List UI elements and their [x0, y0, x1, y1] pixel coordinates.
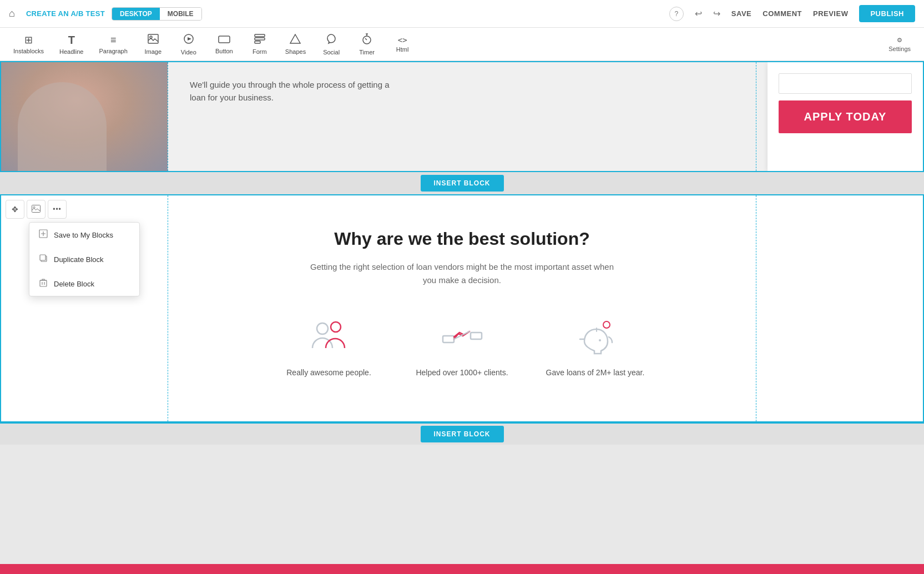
svg-rect-18: [443, 336, 454, 343]
svg-point-16: [317, 323, 328, 334]
hero-description: We'll guide you through the whole proces…: [190, 79, 401, 104]
form-icon: [254, 34, 265, 47]
toolbar-paragraph[interactable]: ≡ Paragraph: [92, 31, 134, 58]
context-save-label: Save to My Blocks: [54, 231, 113, 239]
svg-point-17: [331, 322, 341, 332]
toolbar-item-label: Instablocks: [13, 48, 44, 54]
svg-point-20: [603, 321, 610, 328]
context-delete-block[interactable]: Delete Block: [29, 271, 139, 296]
block-controls: ✥ •••: [6, 200, 67, 219]
context-save-to-blocks[interactable]: Save to My Blocks: [29, 223, 139, 247]
feature-people: Really awesome people.: [279, 315, 379, 377]
timer-icon: [362, 33, 372, 47]
svg-rect-14: [40, 255, 46, 260]
more-options-button[interactable]: •••: [48, 200, 67, 219]
comment-button[interactable]: COMMENT: [763, 9, 802, 18]
toolbar-item-label: Button: [215, 48, 233, 54]
hero-image: [1, 62, 168, 171]
toolbar-item-label: Headline: [59, 48, 83, 55]
feature-loans: Gave loans of 2M+ last year.: [546, 315, 645, 377]
handshake-icon: [440, 315, 484, 359]
home-icon[interactable]: ⌂: [9, 8, 15, 19]
context-menu: Save to My Blocks Duplicate Block Delete…: [29, 222, 140, 296]
help-icon[interactable]: ?: [669, 7, 684, 21]
toolbar-item-label: Html: [396, 46, 409, 53]
toolbar-item-label: Form: [253, 48, 267, 55]
publish-button[interactable]: PUBLISH: [859, 5, 915, 22]
social-icon: [326, 33, 337, 47]
image-block-icon: [32, 205, 41, 214]
hero-section: We'll guide you through the whole proces…: [0, 61, 924, 172]
canvas-wrapper: We'll guide you through the whole proces…: [0, 61, 924, 574]
desktop-btn[interactable]: DESKTOP: [112, 8, 160, 20]
duplicate-icon: [38, 254, 48, 265]
insert-block-bar-bottom: INSERT BLOCK: [0, 422, 924, 445]
device-toggle: DESKTOP MOBILE: [112, 7, 201, 21]
col-guide-left-2: [168, 195, 168, 421]
nav-actions: ? ↩ ↪ SAVE COMMENT PREVIEW PUBLISH: [669, 5, 915, 22]
html-icon: <>: [398, 36, 407, 44]
col-guide-right-2: [756, 195, 756, 421]
delete-icon: [38, 278, 48, 289]
context-duplicate-block[interactable]: Duplicate Block: [29, 247, 139, 271]
toolbar-video[interactable]: Video: [172, 30, 205, 59]
svg-rect-15: [40, 280, 47, 286]
toolbar-html[interactable]: <> Html: [386, 32, 419, 56]
bottom-bar: [0, 564, 924, 574]
svg-rect-5: [255, 34, 265, 37]
button-icon: [218, 34, 230, 46]
headline-icon: T: [68, 34, 75, 47]
insert-block-bar-top: INSERT BLOCK: [0, 172, 924, 194]
save-blocks-icon: [38, 229, 48, 240]
mobile-btn[interactable]: MOBILE: [160, 8, 201, 20]
content-section-inner: Why are we the best solution? Getting th…: [240, 229, 684, 377]
toolbar-form[interactable]: Form: [243, 31, 276, 58]
toolbar-social[interactable]: Social: [315, 30, 348, 59]
insert-block-button-bottom[interactable]: INSERT BLOCK: [421, 426, 504, 442]
top-nav: ⌂ CREATE AN A/B TEST DESKTOP MOBILE ? ↩ …: [0, 0, 924, 28]
hero-text-content: We'll guide you through the whole proces…: [190, 79, 401, 104]
paragraph-icon: ≡: [110, 34, 117, 46]
svg-marker-8: [290, 34, 300, 43]
more-icon: •••: [53, 205, 62, 213]
feature-loans-label: Gave loans of 2M+ last year.: [546, 368, 645, 377]
redo-icon[interactable]: ↪: [713, 8, 720, 19]
piggybank-icon: [573, 315, 618, 359]
section-subtext: Getting the right selection of loan vend…: [307, 260, 618, 287]
save-button[interactable]: SAVE: [731, 9, 751, 18]
move-block-button[interactable]: ✥: [6, 200, 24, 219]
context-delete-label: Delete Block: [54, 280, 94, 288]
svg-point-21: [599, 339, 601, 341]
hero-form-area: APPLY TODAY: [768, 62, 923, 171]
section-heading: Why are we the best solution?: [240, 229, 684, 249]
feature-people-label: Really awesome people.: [286, 368, 371, 377]
undo-icon[interactable]: ↩: [695, 8, 702, 19]
hero-input-field[interactable]: [779, 73, 912, 94]
preview-button[interactable]: PREVIEW: [813, 9, 848, 18]
toolbar-item-label: Shapes: [285, 48, 306, 55]
apply-today-button[interactable]: APPLY TODAY: [779, 100, 912, 133]
settings-icon: ⚙: [897, 37, 902, 44]
toolbar-instablocks[interactable]: ⊞ Instablocks: [7, 31, 51, 58]
context-duplicate-label: Duplicate Block: [54, 255, 104, 264]
image-block-button[interactable]: [27, 200, 46, 219]
toolbar-shapes[interactable]: Shapes: [279, 31, 312, 58]
settings-label: Settings: [888, 46, 911, 52]
feature-clients: Helped over 1000+ clients.: [412, 315, 512, 377]
toolbar-timer[interactable]: Timer: [350, 30, 383, 59]
toolbar-image[interactable]: Image: [137, 31, 170, 58]
toolbar-headline[interactable]: T Headline: [53, 31, 90, 58]
insert-block-button-top[interactable]: INSERT BLOCK: [421, 175, 504, 192]
svg-rect-6: [255, 38, 265, 40]
toolbar-item-label: Paragraph: [99, 48, 127, 54]
toolbar-button[interactable]: Button: [208, 31, 241, 58]
toolbar-item-label: Social: [323, 49, 340, 56]
move-icon: ✥: [12, 205, 18, 214]
instablocks-icon: ⊞: [24, 34, 33, 46]
svg-rect-4: [219, 36, 230, 43]
svg-rect-7: [255, 41, 260, 43]
image-icon: [148, 34, 159, 47]
settings-button[interactable]: ⚙ Settings: [882, 33, 917, 56]
shapes-icon: [290, 34, 301, 47]
ab-test-link[interactable]: CREATE AN A/B TEST: [26, 9, 105, 18]
